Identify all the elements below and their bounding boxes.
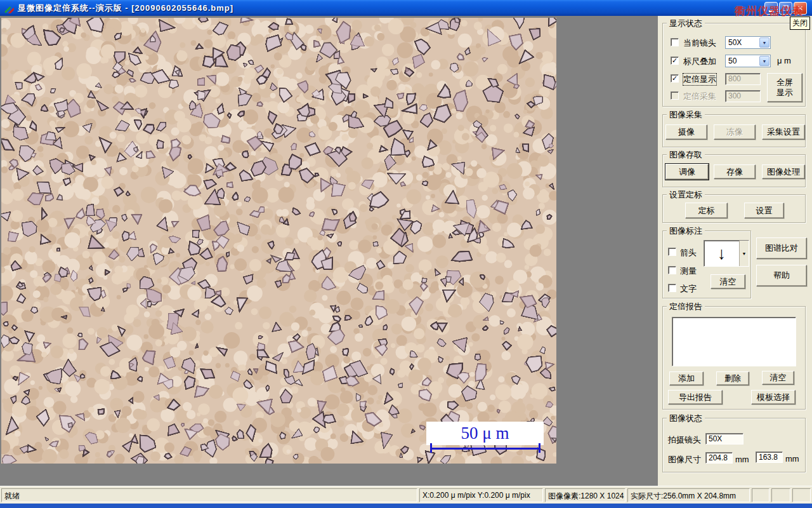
current-lens-label: 当前镜头	[683, 37, 716, 49]
group-image-capture-label: 图像采集	[667, 110, 705, 119]
scalebar-line	[430, 448, 540, 450]
group-calibration: 设置定标 定标 设置	[662, 194, 806, 223]
group-annotation-label: 图像标注	[667, 226, 705, 236]
fixed-capture-label: 定倍采集	[683, 91, 716, 102]
statusbar-image-pixels: 图像像素:1280 X 1024	[545, 488, 625, 502]
window-title: 显微图像定倍系统--演示版 - [20090602055646.bmp]	[18, 3, 233, 14]
capture-settings-button[interactable]: 采集设置	[762, 124, 805, 140]
fixed-capture-input: 300	[725, 90, 761, 102]
current-lens-value: 50X	[726, 38, 759, 47]
scalebar-tick-right	[539, 443, 540, 453]
group-display-status-label: 显示状态	[667, 18, 705, 28]
report-clear-button[interactable]: 清空	[762, 371, 794, 385]
chevron-down-icon[interactable]: ▼	[739, 241, 749, 266]
statusbar-ready: 就绪	[1, 488, 417, 502]
width-unit-label: mm	[735, 455, 749, 464]
measure-label: 测量	[680, 265, 697, 277]
arrow-style-combo[interactable]: ↓ ▼	[704, 240, 749, 267]
template-select-button[interactable]: 模板选择	[751, 390, 796, 404]
scalebar-tick-left	[430, 443, 432, 453]
current-lens-combo[interactable]: 50X ▼	[725, 36, 771, 49]
fixed-display-input: 800	[725, 73, 761, 85]
group-report: 定倍报告 添加 删除 清空 导出报告 模板选择	[662, 306, 806, 410]
statusbar-actual-size: 实际尺寸:256.0mm X 204.8mm	[627, 488, 750, 502]
arrow-label: 箭头	[680, 247, 697, 258]
fixed-display-label: 定倍显示	[683, 74, 716, 85]
statusbar-xy-scale: X:0.200 μ m/pix Y:0.200 μ m/pix	[419, 488, 543, 502]
image-size-label: 图像尺寸	[668, 454, 701, 465]
chevron-down-icon[interactable]: ▼	[759, 37, 769, 48]
group-display-status: 显示状态 当前镜头 50X ▼ ✓ 标尺叠加 50 ▼ μ m ✓ 定倍显示 8…	[662, 23, 806, 107]
scale-overlay-value: 50	[726, 57, 759, 65]
report-delete-button[interactable]: 删除	[716, 371, 749, 385]
report-add-button[interactable]: 添加	[669, 371, 704, 385]
scale-overlay-unit: μ m	[777, 56, 791, 65]
fixed-capture-checkbox	[671, 91, 679, 100]
close-tooltip: 关闭	[790, 17, 810, 30]
current-lens-checkbox[interactable]	[671, 38, 679, 46]
window-bottom-border	[0, 504, 812, 508]
calibrate-button[interactable]: 定标	[685, 203, 728, 218]
statusbar: 就绪 X:0.200 μ m/pix Y:0.200 μ m/pix 图像像素:…	[0, 486, 812, 504]
freeze-button: 冻像	[714, 124, 756, 140]
scalebar-label-box: 50 μ m	[426, 422, 544, 445]
group-image-capture: 图像采集 摄像 冻像 采集设置	[662, 114, 806, 147]
image-process-button[interactable]: 图像处理	[762, 164, 805, 179]
arrow-checkbox[interactable]	[668, 248, 676, 256]
statusbar-pane-empty	[771, 488, 790, 502]
group-calibration-label: 设置定标	[667, 190, 705, 199]
help-button[interactable]: 帮助	[756, 265, 807, 286]
lens-value-input[interactable]: 50X	[705, 433, 743, 444]
group-annotation: 图像标注 箭头 测量 文字 ↓ ▼ 清空	[662, 231, 751, 298]
height-unit-label: mm	[785, 454, 799, 464]
group-report-label: 定倍报告	[667, 302, 705, 311]
titlebar: 显微图像定倍系统--演示版 - [20090602055646.bmp]	[0, 0, 812, 16]
fixed-display-checkbox[interactable]: ✓	[671, 74, 679, 83]
statusbar-pane-empty	[752, 488, 769, 502]
scalebar-label: 50 μ m	[461, 424, 509, 443]
fullscreen-button-line1: 全屏	[776, 77, 793, 88]
report-listbox[interactable]	[672, 317, 796, 366]
image-width-input[interactable]: 204.8	[705, 452, 733, 464]
scale-overlay-combo[interactable]: 50 ▼	[725, 55, 771, 67]
fullscreen-button[interactable]: 全屏 显示	[767, 73, 802, 102]
capture-button[interactable]: 摄像	[665, 124, 707, 140]
export-report-button[interactable]: 导出报告	[668, 390, 723, 404]
load-image-button[interactable]: 调像	[665, 164, 709, 180]
save-image-button[interactable]: 存像	[714, 164, 756, 179]
lens-label: 拍摄镜头	[668, 434, 701, 446]
text-label: 文字	[680, 283, 697, 295]
micrograph-image	[1, 18, 556, 464]
fullscreen-button-line2: 显示	[776, 88, 793, 98]
image-height-input[interactable]: 163.8	[756, 451, 783, 463]
atlas-compare-button[interactable]: 图谱比对	[756, 237, 807, 259]
measure-checkbox[interactable]	[668, 266, 676, 274]
down-arrow-icon: ↓	[704, 241, 739, 266]
scale-overlay-checkbox[interactable]: ✓	[671, 57, 679, 65]
group-image-storage-label: 图像存取	[667, 150, 705, 159]
text-checkbox[interactable]	[668, 284, 676, 292]
chevron-down-icon[interactable]: ▼	[759, 56, 769, 66]
scale-overlay-label: 标尺叠加	[683, 56, 716, 67]
group-image-storage: 图像存取 调像 存像 图像处理	[662, 154, 806, 187]
annotation-clear-button[interactable]: 清空	[710, 274, 745, 289]
statusbar-pane-empty	[792, 488, 811, 502]
app-icon	[3, 3, 14, 13]
calibration-setup-button[interactable]: 设置	[744, 203, 784, 218]
group-image-status-label: 图像状态	[667, 413, 705, 423]
group-image-status: 图像状态 拍摄镜头 50X 图像尺寸 204.8 mm 163.8 mm	[662, 418, 806, 472]
